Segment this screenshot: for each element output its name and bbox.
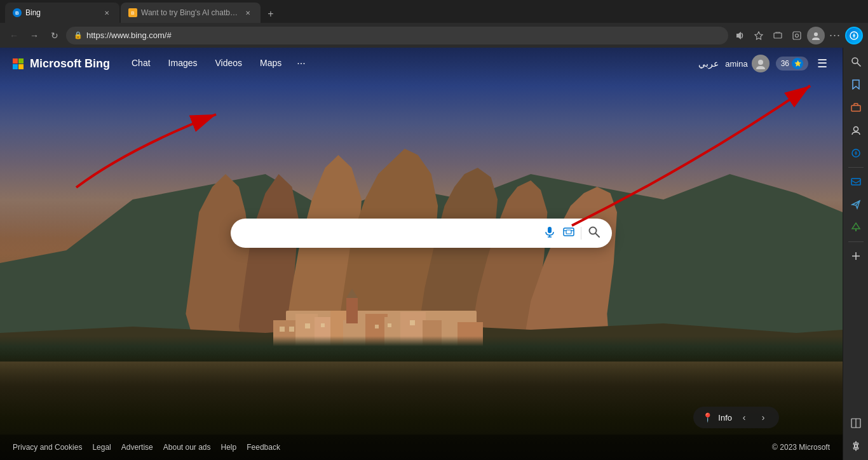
svg-rect-45	[851, 105, 860, 111]
search-box	[231, 219, 612, 248]
back-button[interactable]: ←	[5, 27, 23, 44]
sidebar-eco-button[interactable]	[846, 217, 866, 238]
user-avatar	[752, 55, 770, 72]
svg-rect-36	[566, 230, 571, 234]
tab-bing-close[interactable]: ✕	[102, 8, 112, 18]
edge-sidebar	[843, 48, 868, 460]
bing-copilot-button[interactable]	[845, 27, 863, 44]
info-widget: 📍 Info ‹ ›	[693, 407, 779, 428]
nav-right: عربي amina 36 ⭐ ☰	[698, 54, 830, 73]
microsoft-squares-icon	[13, 58, 24, 69]
more-options-button[interactable]: ···	[826, 27, 844, 44]
svg-rect-51	[855, 229, 857, 231]
extensions-button[interactable]	[788, 27, 806, 44]
refresh-button[interactable]: ↻	[46, 27, 64, 44]
sidebar-divider-1	[848, 167, 864, 168]
sidebar-telegram-button[interactable]	[846, 194, 866, 215]
browser-chrome: B Bing ✕ B Want to try Bing's AI chatbot…	[0, 0, 868, 48]
background-image	[0, 48, 843, 460]
bing-logo[interactable]: Microsoft Bing	[13, 57, 110, 71]
profile-button[interactable]	[807, 27, 825, 44]
footer-links: Privacy and Cookies Legal Advertise Abou…	[13, 443, 280, 452]
reward-badge[interactable]: 36 ⭐	[776, 57, 808, 71]
info-label: Info	[718, 413, 732, 423]
nav-more-dots[interactable]: ···	[290, 58, 311, 69]
bing-nav-links: Chat Images Videos Maps ···	[123, 48, 312, 79]
search-submit-icon[interactable]	[587, 224, 602, 242]
arabic-language-button[interactable]: عربي	[698, 58, 719, 69]
bing-nav: Microsoft Bing Chat Images Videos Maps ·…	[0, 48, 843, 79]
svg-rect-30	[410, 320, 415, 325]
footer-feedback[interactable]: Feedback	[247, 443, 280, 452]
visual-search-icon[interactable]	[562, 225, 576, 241]
svg-rect-35	[564, 228, 574, 236]
sidebar-collections-button[interactable]	[846, 97, 866, 118]
svg-point-7	[796, 34, 799, 37]
svg-point-31	[758, 60, 763, 65]
address-bar-actions: ···	[731, 27, 863, 44]
footer-privacy[interactable]: Privacy and Cookies	[13, 443, 82, 452]
footer-legal[interactable]: Legal	[92, 443, 111, 452]
sidebar-favorites-button[interactable]	[846, 74, 866, 95]
url-text: https://www.bing.com/#	[86, 30, 721, 40]
info-next-button[interactable]: ›	[756, 410, 770, 424]
user-name-text: amina	[725, 59, 747, 69]
svg-marker-4	[755, 32, 763, 39]
svg-line-44	[857, 63, 860, 66]
sidebar-add-button[interactable]	[846, 246, 866, 266]
address-bar: ← → ↻ 🔒 https://www.bing.com/#	[0, 23, 868, 48]
forward-button[interactable]: →	[25, 27, 43, 44]
copyright-text: © 2023 Microsoft	[772, 443, 830, 452]
sidebar-settings-button[interactable]	[846, 436, 866, 456]
tab-ai-title: Want to try Bing's AI chatbot? Ti...	[141, 8, 239, 17]
new-tab-button[interactable]: +	[262, 5, 280, 23]
nav-link-maps[interactable]: Maps	[251, 48, 290, 79]
footer-advertise[interactable]: Advertise	[121, 443, 153, 452]
svg-rect-22	[346, 298, 358, 323]
nav-link-images[interactable]: Images	[159, 48, 207, 79]
svg-rect-5	[774, 33, 782, 38]
bing-page: Microsoft Bing Chat Images Videos Maps ·…	[0, 48, 843, 460]
footer-about-ads[interactable]: About our ads	[163, 443, 211, 452]
user-profile-button[interactable]: amina	[725, 55, 769, 72]
bing-tab-favicon: B	[13, 8, 22, 17]
bing-logo-text: Microsoft Bing	[30, 57, 110, 71]
svg-rect-28	[375, 325, 379, 328]
reward-count: 36	[781, 59, 789, 68]
svg-rect-29	[388, 323, 391, 327]
sidebar-copilot-button[interactable]	[846, 143, 866, 163]
search-input[interactable]	[241, 227, 538, 239]
sidebar-divider-2	[848, 241, 864, 242]
svg-rect-27	[321, 323, 325, 327]
hamburger-menu-button[interactable]: ☰	[815, 54, 830, 73]
search-divider	[581, 227, 581, 240]
url-box[interactable]: 🔒 https://www.bing.com/#	[66, 27, 728, 44]
main-content: Microsoft Bing Chat Images Videos Maps ·…	[0, 48, 868, 460]
sidebar-outlook-button[interactable]	[846, 172, 866, 192]
sidebar-search-button[interactable]	[846, 51, 866, 72]
read-aloud-button[interactable]	[731, 27, 749, 44]
favorites-button[interactable]	[750, 27, 768, 44]
sidebar-split-view-button[interactable]	[846, 413, 866, 433]
ai-tab-favicon: B	[128, 8, 137, 17]
sidebar-profile-button[interactable]	[846, 120, 866, 140]
svg-rect-32	[548, 227, 552, 233]
tab-bar: B Bing ✕ B Want to try Bing's AI chatbot…	[0, 0, 868, 23]
tab-ai[interactable]: B Want to try Bing's AI chatbot? Ti... ✕	[121, 3, 261, 23]
nav-link-videos[interactable]: Videos	[207, 48, 252, 79]
tab-bing[interactable]: B Bing ✕	[5, 3, 119, 23]
search-container	[231, 219, 612, 248]
collections-button[interactable]	[769, 27, 787, 44]
svg-rect-48	[851, 179, 860, 185]
svg-rect-25	[289, 327, 294, 332]
microphone-icon[interactable]	[543, 225, 557, 241]
info-pin-icon: 📍	[702, 412, 713, 423]
search-icons	[543, 224, 602, 242]
nav-link-chat[interactable]: Chat	[123, 48, 159, 79]
svg-line-40	[595, 233, 599, 237]
footer-help[interactable]: Help	[221, 443, 237, 452]
reward-icon: ⭐	[792, 58, 803, 69]
svg-rect-24	[280, 327, 285, 332]
info-prev-button[interactable]: ‹	[737, 410, 751, 424]
tab-ai-close[interactable]: ✕	[243, 8, 253, 18]
